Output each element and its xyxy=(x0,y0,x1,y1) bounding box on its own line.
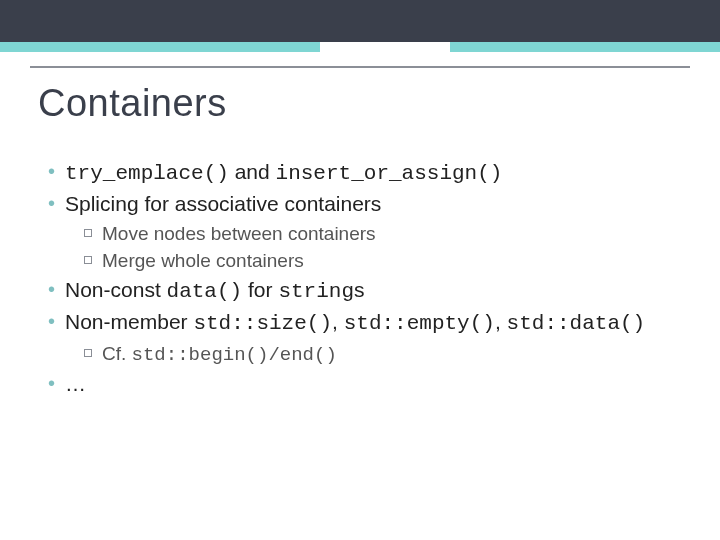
bullet-4: • Non-member std::size(), std::empty(), … xyxy=(48,308,688,338)
sub-bullet-2a: Move nodes between containers xyxy=(84,221,688,247)
title-rule xyxy=(30,66,690,68)
bullet-3: • Non-const data() for strings xyxy=(48,276,688,306)
bullet-dot-icon: • xyxy=(48,276,55,303)
code-std-empty: std::empty() xyxy=(344,312,495,335)
sub-bullet-box-icon xyxy=(84,256,92,264)
code-std-begin-end: std::begin()/end() xyxy=(132,344,337,366)
bullet-5: • … xyxy=(48,370,688,398)
text-non-const: Non-const xyxy=(65,278,167,301)
text-and: and xyxy=(229,160,276,183)
sub-bullet-4a: Cf. std::begin()/end() xyxy=(84,341,688,369)
slide-title: Containers xyxy=(38,82,227,125)
bullet-2: • Splicing for associative containers xyxy=(48,190,688,218)
bullet-dot-icon: • xyxy=(48,158,55,185)
text-comma: , xyxy=(495,310,507,333)
header-teal-gap xyxy=(320,42,450,52)
bullet-2-text: Splicing for associative containers xyxy=(65,190,688,218)
bullet-dot-icon: • xyxy=(48,370,55,397)
sub-bullet-box-icon xyxy=(84,349,92,357)
code-std-data: std::data() xyxy=(507,312,646,335)
text-comma: , xyxy=(332,310,344,333)
sub-bullet-4a-text: Cf. std::begin()/end() xyxy=(102,341,688,369)
bullet-4-text: Non-member std::size(), std::empty(), st… xyxy=(65,308,688,338)
sub-bullet-box-icon xyxy=(84,229,92,237)
bullet-5-text: … xyxy=(65,370,688,398)
text-s: s xyxy=(354,278,365,301)
sub-bullet-2a-text: Move nodes between containers xyxy=(102,221,688,247)
bullet-dot-icon: • xyxy=(48,190,55,217)
sub-bullet-2b: Merge whole containers xyxy=(84,248,688,274)
bullet-1-text: try_emplace() and insert_or_assign() xyxy=(65,158,688,188)
text-cf: Cf. xyxy=(102,343,132,364)
header-dark-bar xyxy=(0,0,720,42)
code-try-emplace: try_emplace() xyxy=(65,162,229,185)
sub-bullet-2b-text: Merge whole containers xyxy=(102,248,688,274)
bullet-dot-icon: • xyxy=(48,308,55,335)
bullet-1: • try_emplace() and insert_or_assign() xyxy=(48,158,688,188)
slide-content: • try_emplace() and insert_or_assign() •… xyxy=(48,158,688,401)
code-string: string xyxy=(278,280,354,303)
code-std-size: std::size() xyxy=(193,312,332,335)
code-data: data() xyxy=(167,280,243,303)
text-for: for xyxy=(242,278,278,301)
code-insert-or-assign: insert_or_assign() xyxy=(276,162,503,185)
bullet-3-text: Non-const data() for strings xyxy=(65,276,688,306)
text-non-member: Non-member xyxy=(65,310,193,333)
